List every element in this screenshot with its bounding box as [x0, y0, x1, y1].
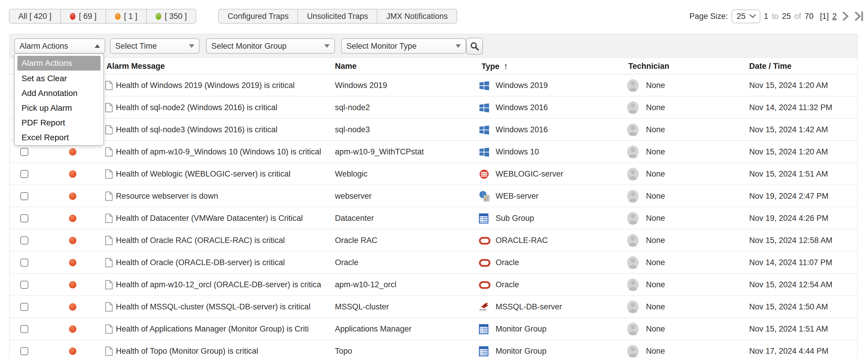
row-checkbox[interactable] [20, 170, 28, 178]
row-checkbox[interactable] [20, 258, 28, 267]
table-row[interactable]: Resource webserver is down webserver WEB… [10, 185, 857, 207]
monitor-name[interactable]: Applications Manager [335, 318, 412, 340]
trap-tab-0[interactable]: Configured Traps [219, 9, 298, 23]
severity-dot-icon [69, 348, 76, 355]
row-checkbox[interactable] [20, 325, 28, 333]
row-checkbox[interactable] [20, 214, 28, 222]
monitor-type: Windows 2016 [496, 96, 548, 119]
alarm-message[interactable]: Health of Weblogic (WEBLOGIC-server) is … [116, 163, 290, 185]
table-row[interactable]: Health of Oracle RAC (ORACLE-RAC) is cri… [10, 229, 857, 252]
range-of-word: of [794, 12, 801, 21]
table-row[interactable]: Health of Weblogic (WEBLOGIC-server) is … [10, 163, 857, 185]
monitor-name[interactable]: Oracle RAC [335, 229, 377, 252]
technician-name: None [646, 340, 665, 359]
technician-name: None [646, 318, 665, 340]
menu-item-alarm-actions[interactable]: Alarm Actions [18, 56, 100, 71]
severity-dot-icon [69, 303, 76, 310]
monitor-name[interactable]: apm-w10-9_WithTCPstat [335, 141, 424, 163]
alarm-actions-label: Alarm Actions [20, 42, 68, 51]
select-time-dropdown[interactable]: Select Time [110, 38, 199, 54]
alarm-message[interactable]: Health of Oracle RAC (ORACLE-RAC) is cri… [116, 229, 285, 252]
technician-avatar [627, 123, 639, 138]
row-checkbox[interactable] [20, 303, 28, 311]
row-checkbox[interactable] [20, 347, 28, 355]
chevron-down-icon [749, 14, 756, 19]
col-header-alarm-message[interactable]: Alarm Message [106, 58, 165, 74]
monitor-name[interactable]: Weblogic [335, 163, 368, 185]
monitor-name[interactable]: sql-node2 [335, 96, 370, 119]
row-checkbox[interactable] [20, 192, 28, 200]
alarm-message[interactable]: Health of apm-w10-9_Windows 10 (Windows … [116, 141, 321, 163]
monitor-name[interactable]: MSSQL-cluster [335, 296, 389, 318]
alarm-message[interactable]: Health of Topo (Monitor Group) is critic… [116, 340, 258, 359]
row-checkbox[interactable] [20, 281, 28, 289]
critical-dot-icon [70, 13, 75, 20]
menu-item-excel-report[interactable]: Excel Report [14, 130, 103, 145]
monitor-name[interactable]: Windows 2019 [335, 74, 387, 96]
monitor-name[interactable]: apm-w10-12_orcl [335, 274, 397, 296]
alarm-document-icon [105, 236, 113, 247]
trap-tab-2[interactable]: JMX Notifications [377, 9, 457, 23]
table-row[interactable]: Health of Oracle (ORACLE-DB-server) is c… [10, 252, 857, 274]
alarm-message[interactable]: Health of Applications Manager (Monitor … [116, 318, 309, 340]
table-row[interactable]: Health of Datacenter (VMWare Datacenter)… [10, 207, 857, 229]
mssql-icon [479, 301, 491, 313]
page-size-label: Page Size: [689, 12, 728, 21]
alarm-message[interactable]: Health of apm-w10-12_orcl (ORACLE-DB-ser… [116, 274, 321, 296]
page-2-link[interactable]: 2 [832, 12, 837, 21]
alarm-message[interactable]: Health of Oracle (ORACLE-DB-server) is c… [116, 252, 285, 274]
range-end: 25 [782, 12, 791, 21]
monitor-name[interactable]: Topo [335, 340, 352, 359]
trap-tab-group: Configured Traps Unsolicited Traps JMX N… [218, 9, 457, 24]
menu-item-set-as-clear[interactable]: Set as Clear [14, 71, 103, 86]
monitor-type: Oracle [496, 274, 519, 296]
monitor-name[interactable]: Oracle [335, 252, 359, 274]
alarm-datetime: Nov 19, 2024 4:26 PM [749, 207, 829, 229]
alarm-message[interactable]: Resource webserver is down [116, 185, 218, 207]
severity-dot-icon [69, 148, 76, 156]
menu-item-pdf-report[interactable]: PDF Report [14, 115, 103, 130]
table-row[interactable]: Health of apm-w10-12_orcl (ORACLE-DB-ser… [10, 274, 857, 296]
col-header-technician[interactable]: Technician [628, 58, 669, 74]
menu-item-add-annotation[interactable]: Add Annotation [14, 86, 103, 101]
last-page-icon[interactable] [855, 11, 864, 21]
severity-tab-2[interactable]: [ 1 ] [105, 9, 146, 23]
table-row[interactable]: Health of Windows 2019 (Windows 2019) is… [10, 74, 857, 96]
row-checkbox[interactable] [20, 237, 28, 244]
col-header-date-time[interactable]: Date / Time [749, 58, 792, 74]
col-header-type[interactable]: Type↑ [482, 58, 508, 74]
table-row[interactable]: Health of sql-node3 (Windows 2016) is cr… [10, 119, 857, 141]
technician-avatar [627, 278, 639, 293]
table-row[interactable]: Health of Applications Manager (Monitor … [10, 318, 857, 340]
severity-tab-0[interactable]: All [ 420 ] [9, 9, 60, 23]
alarm-message[interactable]: Health of MSSQL-cluster (MSSQL-DB-server… [116, 296, 310, 318]
select-monitor-type-dropdown[interactable]: Select Monitor Type [341, 38, 466, 54]
table-row[interactable]: Health of Topo (Monitor Group) is critic… [10, 340, 857, 359]
col-header-name[interactable]: Name [335, 58, 357, 74]
select-time-label: Select Time [115, 42, 157, 51]
row-checkbox[interactable] [20, 148, 28, 156]
monitor-name[interactable]: Datacenter [335, 207, 374, 229]
technician-avatar [627, 344, 639, 359]
menu-item-pick-up-alarm[interactable]: Pick up Alarm [14, 101, 103, 115]
monitor-name[interactable]: sql-node3 [335, 119, 370, 141]
alarm-actions-dropdown[interactable]: Alarm Actions [14, 38, 105, 54]
next-page-icon[interactable] [841, 11, 850, 21]
table-row[interactable]: Health of apm-w10-9_Windows 10 (Windows … [10, 141, 857, 163]
trap-tab-1[interactable]: Unsolicited Traps [298, 9, 377, 23]
select-monitor-group-dropdown[interactable]: Select Monitor Group [206, 38, 335, 54]
severity-tab-1[interactable]: [ 69 ] [60, 9, 105, 23]
page-size-select[interactable]: 25 [732, 9, 761, 23]
severity-tab-3[interactable]: [ 350 ] [146, 9, 196, 23]
technician-avatar [627, 300, 639, 315]
alarm-message[interactable]: Health of Datacenter (VMWare Datacenter)… [116, 207, 303, 229]
alarm-datetime: Nov 15, 2024 1:50 AM [749, 296, 828, 318]
search-button[interactable] [466, 38, 483, 55]
monitor-name[interactable]: webserver [335, 185, 372, 207]
technician-name: None [646, 141, 665, 163]
alarm-message[interactable]: Health of sql-node2 (Windows 2016) is cr… [116, 96, 277, 119]
table-row[interactable]: Health of sql-node2 (Windows 2016) is cr… [10, 96, 857, 119]
alarm-message[interactable]: Health of Windows 2019 (Windows 2019) is… [116, 74, 294, 96]
table-row[interactable]: Health of MSSQL-cluster (MSSQL-DB-server… [10, 296, 857, 318]
alarm-message[interactable]: Health of sql-node3 (Windows 2016) is cr… [116, 119, 277, 141]
